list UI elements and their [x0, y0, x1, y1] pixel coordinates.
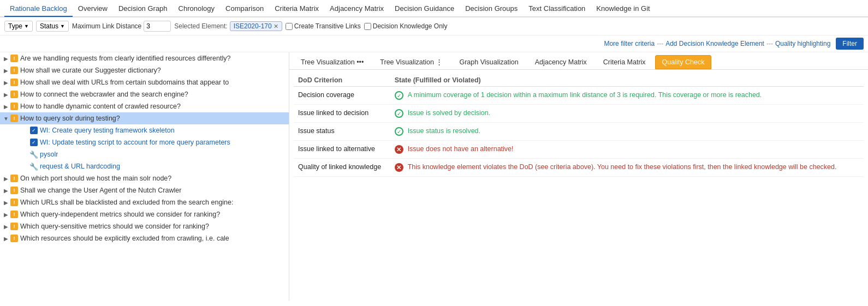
nav-chronology[interactable]: Chronology [173, 1, 221, 16]
chevron-icon: ▶ [2, 104, 10, 110]
subtab-label: Graph Visualization [459, 58, 518, 66]
tree-item-2[interactable]: ▶ ! How shall we curate our Suggester di… [0, 64, 289, 76]
tree-item-text: WI: Update testing script to account for… [40, 139, 230, 146]
tree-item-15[interactable]: ▶ ! Which query-sensitive metrics should… [0, 220, 289, 232]
state-ok-icon: ✓ [395, 91, 403, 100]
tree-item-12[interactable]: ▶ ! Shall we change the User Agent of th… [0, 184, 289, 196]
nav-comparison[interactable]: Comparison [220, 1, 269, 16]
add-decision-knowledge-link[interactable]: Add Decision Knowledge Element [665, 40, 764, 47]
max-link-container: Maximum Link Distance [72, 21, 171, 32]
decision-knowledge-only-input[interactable] [364, 23, 371, 30]
quality-highlighting-link[interactable]: Quality highlighting [775, 40, 830, 47]
selected-element-label: Selected Element: [174, 22, 227, 30]
tree-item-text: Which query-independent metrics should w… [20, 211, 220, 218]
tree-item-1[interactable]: ▶ ! Are we handling requests from clearl… [0, 52, 289, 64]
tree-item-5[interactable]: ▶ ! How to handle dynamic content of cra… [0, 100, 289, 112]
checkbox-icon [29, 126, 38, 135]
col2-header: State (Fulfilled or Violated) [390, 74, 864, 87]
chevron-icon: ▶ [2, 92, 10, 98]
status-filter-button[interactable]: Status ▼ [36, 21, 69, 32]
tree-item-8[interactable]: WI: Update testing script to account for… [0, 136, 289, 148]
chevron-icon: ▶ [2, 200, 10, 206]
wrench-icon: 🔧 [29, 150, 38, 159]
selected-element-close-icon[interactable]: ✕ [274, 23, 278, 30]
state-text: Issue does not have an alternative! [408, 145, 514, 153]
subtab-vdots-icon: ⋮ [436, 58, 443, 66]
tree-item-4[interactable]: ▶ ! How to connect the webcrawler and th… [0, 88, 289, 100]
tree-item-16[interactable]: ▶ ! Which resources should be explicitly… [0, 232, 289, 244]
filter-row: Type ▼ Status ▼ Maximum Link Distance Se… [0, 17, 868, 35]
tree-item-9[interactable]: 🔧 pysolr [0, 148, 289, 160]
create-transitive-links-checkbox[interactable]: Create Transitive Links [286, 22, 361, 30]
selected-element-container: Selected Element: ISE2020-170 ✕ [174, 21, 282, 31]
type-filter-button[interactable]: Type ▼ [4, 21, 33, 32]
issue-icon: ! [10, 198, 19, 207]
tree-item-text: On which port should we host the main so… [20, 175, 171, 182]
nav-text-classification[interactable]: Text Classification [523, 1, 591, 16]
subtab-label: Tree Visualization [380, 58, 434, 66]
tree-item-10[interactable]: 🔧 request & URL hardcoding [0, 160, 289, 172]
tree-item-11[interactable]: ▶ ! On which port should we host the mai… [0, 172, 289, 184]
state-decision-coverage: ✓ A minimum coverage of 1 decision withi… [390, 87, 864, 105]
issue-icon: ! [10, 174, 19, 183]
state-text: Issue is solved by decision. [408, 109, 490, 117]
state-issue-linked-decision: ✓ Issue is solved by decision. [390, 105, 864, 123]
issue-icon: ! [10, 186, 19, 195]
tree-item-text: How shall we curate our Suggester dictio… [20, 67, 161, 74]
chevron-icon: ▶ [2, 68, 10, 74]
type-filter-label: Type [8, 22, 22, 30]
max-link-input[interactable] [144, 21, 171, 32]
selected-element-value: ISE2020-170 [234, 22, 272, 30]
nav-criteria-matrix[interactable]: Criteria Matrix [269, 1, 324, 16]
issue-icon: ! [10, 114, 19, 123]
tree-item-text: How to connect the webcrawler and the se… [20, 91, 188, 98]
tree-item-3[interactable]: ▶ ! How shall we deal with URLs from cer… [0, 76, 289, 88]
issue-icon: ! [10, 78, 19, 87]
issue-icon: ! [10, 54, 19, 63]
status-filter-label: Status [40, 22, 58, 30]
wrench-icon: 🔧 [29, 162, 38, 171]
tree-item-text: Are we handling requests from clearly id… [20, 55, 230, 62]
quality-row-2: Issue linked to decision ✓ Issue is solv… [294, 105, 864, 123]
tree-item-6[interactable]: ▼ ! How to query solr during testing? [0, 112, 289, 124]
nav-knowledge-in-git[interactable]: Knowledge in Git [591, 1, 655, 16]
tree-item-14[interactable]: ▶ ! Which query-independent metrics shou… [0, 208, 289, 220]
subtab-graph-vis[interactable]: Graph Visualization [452, 55, 525, 69]
checkbox-icon [29, 138, 38, 147]
tree-item-13[interactable]: ▶ ! Which URLs shall be blacklisted and … [0, 196, 289, 208]
sub-tabs: Tree Visualization ••• Tree Visualizatio… [289, 52, 868, 70]
issue-icon: ! [10, 210, 19, 219]
subtab-tree-vis-1[interactable]: Tree Visualization ••• [294, 55, 371, 69]
nav-decision-guidance[interactable]: Decision Guidance [389, 1, 460, 16]
create-transitive-links-input[interactable] [286, 23, 293, 30]
subtab-tree-vis-2[interactable]: Tree Visualization ⋮ [373, 55, 450, 69]
subtab-label: Quality Check [662, 58, 705, 66]
subtab-adjacency-matrix[interactable]: Adjacency Matrix [528, 55, 594, 69]
chevron-icon: ▶ [2, 56, 10, 62]
decision-knowledge-only-checkbox[interactable]: Decision Knowledge Only [364, 22, 448, 30]
tree-item-7[interactable]: WI: Create query testing framework skele… [0, 124, 289, 136]
chevron-icon: ▼ [2, 116, 10, 122]
action-links-row: More filter criteria --- Add Decision Kn… [0, 35, 868, 52]
subtab-criteria-matrix[interactable]: Criteria Matrix [596, 55, 653, 69]
sep2: --- [766, 40, 773, 47]
right-panel: Tree Visualization ••• Tree Visualizatio… [289, 52, 868, 301]
nav-decision-graph[interactable]: Decision Graph [113, 1, 173, 16]
max-link-label: Maximum Link Distance [72, 22, 141, 30]
chevron-icon: ▶ [2, 236, 10, 242]
nav-overview[interactable]: Overview [73, 1, 113, 16]
issue-icon: ! [10, 66, 19, 75]
type-chevron-icon: ▼ [24, 23, 29, 29]
subtab-label: Tree Visualization [301, 58, 355, 66]
chevron-icon: ▶ [2, 80, 10, 86]
state-err-icon: ✕ [395, 145, 403, 154]
tree-item-text: request & URL hardcoding [40, 163, 120, 170]
more-filter-criteria-link[interactable]: More filter criteria [604, 40, 655, 47]
nav-rationale-backlog[interactable]: Rationale Backlog [4, 1, 73, 17]
subtab-label: Criteria Matrix [603, 58, 646, 66]
filter-apply-button[interactable]: Filter [836, 38, 864, 50]
nav-decision-groups[interactable]: Decision Groups [460, 1, 523, 16]
state-issue-status: ✓ Issue status is resolved. [390, 123, 864, 141]
nav-adjacency-matrix[interactable]: Adjacency Matrix [324, 1, 389, 16]
subtab-quality-check[interactable]: Quality Check [655, 55, 712, 69]
